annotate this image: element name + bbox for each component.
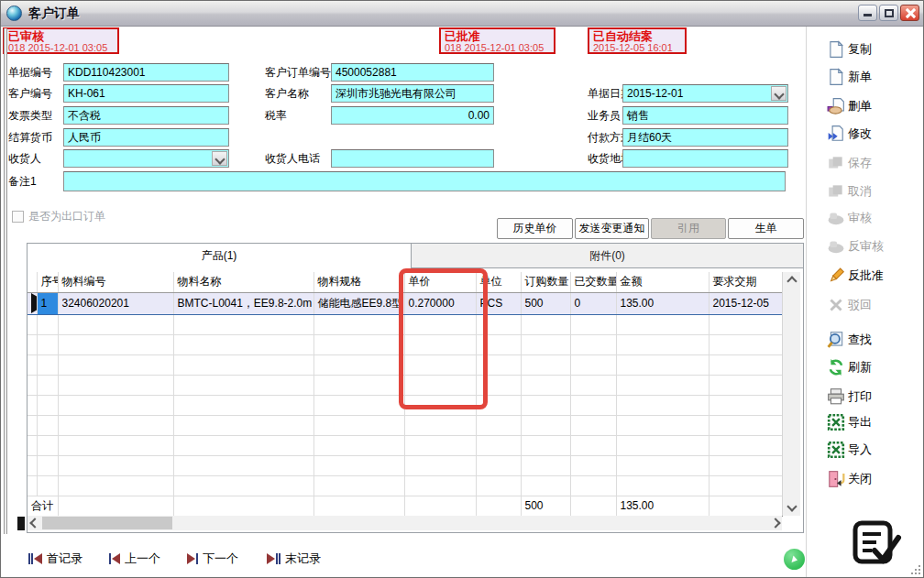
left-splitter[interactable] — [4, 28, 7, 534]
sidebar-button-copy[interactable]: 复制 — [827, 38, 872, 60]
consignee-dropdown-button[interactable] — [212, 151, 227, 166]
col-header-material-name[interactable]: 物料名称 — [173, 272, 314, 292]
cell-material-no[interactable]: 32406020201 — [58, 292, 173, 314]
doc-date-value: 2015-12-01 — [627, 87, 683, 100]
col-header-spec[interactable]: 物料规格 — [314, 272, 404, 292]
scroll-down-button[interactable] — [783, 499, 801, 514]
doc-date-dropdown-button[interactable] — [771, 86, 786, 101]
close-button[interactable] — [900, 5, 919, 21]
cell-unit-price[interactable]: 0.270000 — [404, 292, 476, 314]
total-label-cell: 合计 — [28, 496, 58, 516]
resize-grip[interactable] — [909, 563, 920, 574]
col-header-order-qty[interactable]: 订购数量 — [521, 272, 570, 292]
history-price-button[interactable]: 历史单价 — [497, 218, 573, 239]
cell-order-qty[interactable]: 500 — [521, 292, 570, 314]
sidebar-button-export[interactable]: 导出 — [827, 411, 872, 433]
sidebar-button-close-window[interactable]: 关闭 — [827, 468, 872, 490]
doc-date-combo[interactable]: 2015-12-01 — [622, 84, 788, 103]
grid-empty-row[interactable] — [28, 334, 782, 354]
send-change-notice-button[interactable]: 发送变更通知 — [575, 218, 649, 239]
payment-field[interactable]: 月结60天 — [622, 128, 788, 147]
customer-order-no-field[interactable]: 4500052881 — [331, 63, 494, 82]
grid-empty-row[interactable] — [28, 475, 782, 496]
sidebar-button-audit[interactable]: 审核 — [827, 207, 872, 229]
stamp-title: 已审核 — [8, 30, 114, 42]
tab-products[interactable]: 产品(1) — [28, 244, 412, 268]
grid-empty-row[interactable] — [28, 455, 782, 475]
cell-material-name[interactable]: BMTC-L0041，EE9.8-2.0m — [173, 292, 314, 314]
sidebar-label: 驳回 — [848, 297, 872, 313]
col-header-unit[interactable]: 单位 — [476, 272, 521, 292]
quote-button[interactable]: 引用 — [651, 218, 726, 239]
horizontal-scroll-thumb[interactable] — [42, 517, 172, 529]
modify-doc-icon — [827, 125, 845, 143]
sidebar-button-new[interactable]: 新单 — [827, 66, 872, 88]
grid-empty-row[interactable] — [28, 314, 782, 334]
col-header-unit-price[interactable]: 单价 — [404, 272, 476, 292]
grid-empty-row[interactable] — [28, 354, 782, 375]
generate-order-button[interactable]: 生单 — [728, 218, 804, 239]
customer-no-field[interactable]: KH-061 — [63, 84, 229, 103]
nav-first-record[interactable]: 首记录 — [28, 549, 82, 569]
nav-previous-record[interactable]: 上一个 — [109, 549, 160, 569]
sidebar-button-refresh[interactable]: 刷新 — [827, 356, 872, 378]
consignee-phone-field[interactable] — [331, 149, 494, 168]
sidebar-button-import[interactable]: 导入 — [827, 439, 872, 461]
col-header-indicator — [28, 272, 37, 292]
tax-rate-field[interactable]: 0.00 — [331, 106, 494, 125]
grid-selected-row[interactable]: 1 32406020201 BMTC-L0041，EE9.8-2.0m 储能电感… — [28, 292, 782, 314]
col-header-material-no[interactable]: 物料编号 — [58, 272, 173, 292]
grid-empty-row[interactable] — [28, 395, 782, 415]
grid-empty-row[interactable] — [28, 415, 782, 435]
sidebar-button-unaudit[interactable]: 反审核 — [827, 235, 884, 257]
remark1-field[interactable] — [63, 171, 786, 191]
sidebar-button-print[interactable]: 打印 — [827, 386, 872, 408]
total-amount-cell: 135.00 — [616, 496, 709, 516]
grid-empty-row[interactable] — [28, 435, 782, 455]
doc-no-field[interactable]: KDD110423001 — [63, 63, 229, 82]
sidebar-button-unapprove[interactable]: 反批准 — [827, 265, 884, 287]
sidebar-button-find[interactable]: 查找 — [827, 329, 872, 351]
sidebar-button-delete[interactable]: 删单 — [827, 95, 872, 117]
ship-address-field[interactable] — [622, 149, 788, 168]
green-status-badge[interactable] — [784, 549, 805, 570]
sidebar-button-reject[interactable]: 驳回 — [827, 294, 872, 316]
currency-field[interactable]: 人民币 — [63, 128, 229, 147]
salesman-field[interactable]: 销售 — [622, 106, 788, 125]
scroll-up-button[interactable] — [783, 274, 801, 289]
sidebar-label: 导入 — [848, 442, 872, 458]
scroll-left-button[interactable] — [28, 516, 41, 530]
col-header-amount[interactable]: 金额 — [616, 272, 709, 292]
scroll-right-button[interactable] — [768, 516, 782, 530]
cell-amount[interactable]: 135.00 — [616, 292, 709, 314]
order-lines-grid: 序号 物料编号 物料名称 物料规格 单价 单位 订购数量 已交数量 金额 要求交… — [28, 272, 783, 517]
cell-seq[interactable]: 1 — [37, 292, 58, 314]
white-arrow-icon — [788, 553, 800, 565]
minimize-button[interactable] — [858, 5, 877, 21]
col-header-seq[interactable]: 序号 — [37, 272, 58, 292]
col-header-delivered-qty[interactable]: 已交数量 — [570, 272, 616, 292]
cell-due-date[interactable]: 2015-12-05 — [709, 292, 782, 314]
nav-next-record[interactable]: 下一个 — [187, 549, 238, 569]
sidebar-button-cancel[interactable]: 取消 — [827, 180, 872, 202]
invoice-type-field[interactable]: 不含税 — [63, 106, 229, 125]
unaudit-icon — [827, 237, 845, 256]
tab-attachments[interactable]: 附件(0) — [412, 244, 803, 268]
sidebar-button-modify[interactable]: 修改 — [827, 123, 872, 145]
customer-name-field[interactable]: 深圳市兆驰光电有限公司 — [331, 84, 494, 103]
grid-empty-row[interactable] — [28, 375, 782, 395]
col-header-due-date[interactable]: 要求交期 — [709, 272, 782, 292]
nav-last-record[interactable]: 末记录 — [267, 549, 321, 569]
sidebar-button-save[interactable]: 保存 — [827, 152, 872, 174]
sidebar-label: 取消 — [848, 183, 872, 200]
grid-vertical-scrollbar[interactable] — [782, 272, 800, 516]
grid-horizontal-scrollbar[interactable] — [28, 516, 782, 530]
export-order-checkbox[interactable] — [12, 211, 24, 223]
cell-delivered-qty[interactable]: 0 — [570, 292, 616, 314]
cell-spec[interactable]: 储能电感EE9.8型 / — [314, 292, 404, 314]
cell-unit[interactable]: PCS — [476, 292, 521, 314]
maximize-button[interactable] — [879, 5, 898, 21]
sidebar-label: 刷新 — [848, 359, 872, 376]
sidebar-label: 复制 — [848, 41, 872, 58]
consignee-combo[interactable] — [63, 149, 229, 168]
